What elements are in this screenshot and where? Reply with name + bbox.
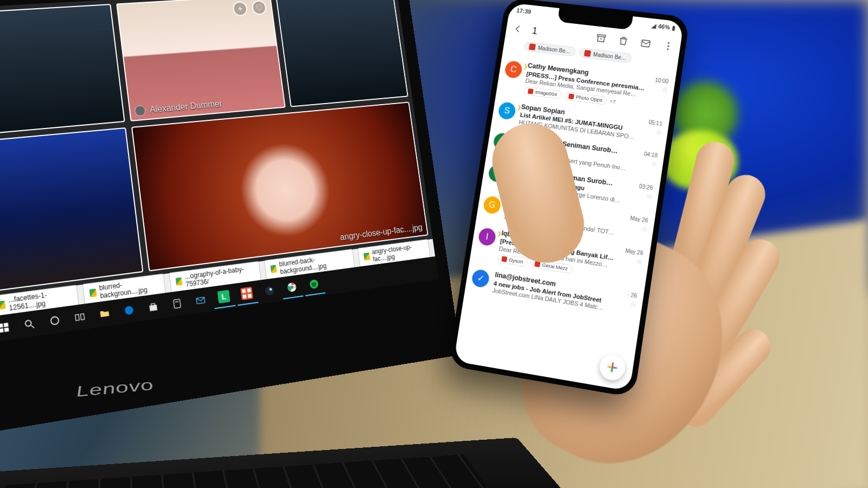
more-icon[interactable]: [660, 38, 677, 55]
file-icon: [529, 43, 536, 50]
add-icon[interactable]: +: [232, 1, 248, 16]
gallery-tile[interactable]: [276, 0, 409, 107]
star-icon[interactable]: ☆: [650, 160, 658, 170]
image-file-icon: [270, 265, 277, 273]
svg-point-17: [265, 286, 275, 296]
mail-icon[interactable]: [189, 289, 213, 312]
gallery-tile[interactable]: [0, 4, 125, 136]
svg-rect-2: [0, 328, 4, 332]
gallery-tile-baby[interactable]: + ♡ Alexander Dummer: [116, 0, 286, 121]
clipboard-app-icon[interactable]: [235, 282, 258, 306]
cortana-icon[interactable]: [42, 309, 68, 332]
image-file-icon: [363, 253, 370, 261]
gallery-tile-people[interactable]: [0, 127, 143, 292]
svg-rect-3: [4, 328, 9, 332]
spotify-icon[interactable]: [303, 273, 326, 296]
svg-point-4: [25, 320, 31, 326]
svg-rect-16: [248, 294, 252, 298]
svg-rect-8: [80, 314, 84, 320]
signal-icon: ◢: [651, 22, 656, 29]
steam-icon[interactable]: [258, 280, 281, 302]
star-icon[interactable]: ☆: [629, 300, 637, 310]
image-file-icon: [89, 288, 97, 297]
heart-icon[interactable]: ♡: [251, 0, 267, 15]
svg-line-5: [31, 325, 34, 328]
task-view-icon[interactable]: [67, 305, 92, 329]
edge-icon[interactable]: [117, 299, 141, 322]
back-icon[interactable]: [509, 21, 526, 37]
hand-holding-phone: 17:39 ◢ 46% ▮ 1 Ma: [397, 0, 764, 488]
svg-point-25: [667, 45, 669, 47]
star-icon[interactable]: ☆: [636, 257, 643, 267]
store-icon[interactable]: [141, 296, 165, 319]
sender-avatar: ✓: [471, 269, 490, 288]
calculator-icon[interactable]: [165, 292, 189, 315]
scene: + ♡ Alexander Dummer angry-close-up-fac.…: [0, 0, 868, 488]
svg-point-9: [124, 306, 133, 316]
archive-icon[interactable]: [592, 30, 609, 47]
file-icon: [584, 50, 591, 57]
battery-icon: ▮: [672, 24, 676, 31]
app-l-icon[interactable]: L: [212, 285, 236, 309]
svg-point-26: [667, 48, 669, 50]
svg-point-24: [668, 42, 670, 44]
start-button[interactable]: [0, 316, 16, 340]
mail-icon[interactable]: [637, 35, 654, 52]
author-avatar: [134, 105, 146, 117]
email-time: · 26: [627, 292, 637, 300]
file-icon: [568, 93, 574, 99]
svg-rect-13: [242, 289, 246, 293]
star-icon[interactable]: ☆: [655, 127, 662, 137]
sender-avatar: C: [504, 60, 523, 79]
file-explorer-icon[interactable]: [92, 302, 117, 325]
svg-point-6: [50, 316, 59, 325]
image-file-icon: [0, 300, 5, 310]
sender-avatar: G: [482, 195, 501, 215]
svg-rect-10: [174, 299, 181, 309]
svg-rect-14: [247, 288, 251, 293]
svg-rect-15: [242, 294, 246, 299]
svg-rect-1: [4, 323, 9, 327]
delete-icon[interactable]: [615, 33, 632, 49]
svg-rect-7: [75, 314, 79, 320]
star-icon[interactable]: ☆: [646, 192, 653, 202]
search-icon[interactable]: [16, 312, 42, 336]
star-icon[interactable]: ☆: [661, 86, 669, 95]
file-icon: [528, 88, 534, 94]
author-name: Alexander Dummer: [149, 99, 222, 114]
selection-count: 1: [532, 25, 539, 36]
star-icon[interactable]: ☆: [641, 224, 648, 234]
status-time: 17:39: [516, 7, 531, 15]
tile-author: Alexander Dummer: [134, 99, 222, 117]
sender-avatar: S: [497, 101, 516, 120]
svg-rect-0: [0, 323, 3, 328]
image-file-icon: [175, 277, 182, 286]
battery-text: 46%: [658, 23, 671, 30]
sender-avatar: I: [477, 227, 496, 247]
svg-line-11: [175, 301, 179, 302]
file-icon: [501, 256, 507, 262]
tile-filename: angry-close-up-fac....jpg: [340, 223, 423, 242]
chrome-icon[interactable]: [280, 276, 303, 299]
